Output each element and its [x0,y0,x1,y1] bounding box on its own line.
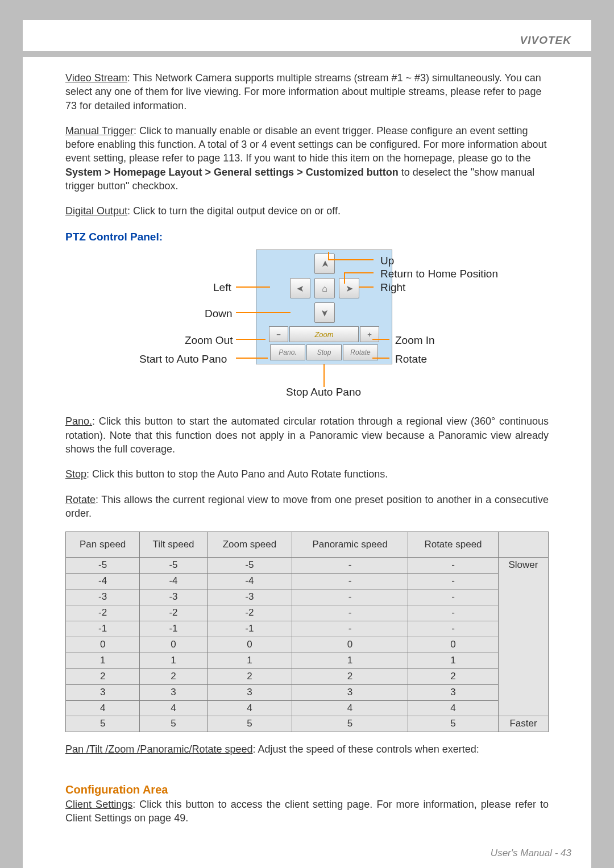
callout-line [344,272,345,284]
manual-trigger-label: Manual Trigger [65,125,134,136]
ptz-left-button[interactable]: ➤ [290,278,310,298]
stop-label: Stop [65,468,86,480]
ptz-diagram: ➤ ➤ ⌂ ➤ ➤ − Zoom + Pano. Stop Rotate [65,244,549,409]
manual-trigger-bold: System > Homepage Layout > General setti… [65,167,399,178]
table-row: -3-3-3-- [66,589,549,605]
table-cell: 4 [408,700,499,716]
table-cell: 3 [207,684,292,700]
ptz-stop-button[interactable]: Stop [306,344,342,360]
ptz-right-button[interactable]: ➤ [339,278,359,298]
ptz-zoomin-label: Zoom In [395,333,435,348]
table-row: 11111 [66,653,549,668]
callout-line [236,286,270,288]
table-cell: - [292,621,408,637]
table-cell: - [408,558,499,574]
table-cell: -1 [140,621,207,637]
table-cell: -3 [66,589,140,605]
table-cell: -2 [66,605,140,621]
table-cell: 5 [66,716,140,732]
manual-trigger-text1: : Click to manually enable or disable an… [65,125,547,164]
ptz-zoomout-label: Zoom Out [185,333,233,348]
ptz-startpano-label: Start to Auto Pano [139,352,227,367]
table-cell: -4 [207,574,292,589]
table-cell: -5 [140,558,207,574]
ptz-stoppano-label: Stop Auto Pano [286,385,361,400]
pano-text: : Click this button to start the automat… [65,416,549,455]
ptz-up-label: Up [380,254,394,268]
table-cell: 4 [66,700,140,716]
callout-line [344,272,374,273]
ptz-zoom-row: − Zoom + [260,326,388,342]
video-stream-text: : This Network Camera supports multiple … [65,72,541,111]
client-settings-label: Client Settings [65,799,132,810]
table-cell: 5 [292,716,408,732]
ptz-right-label: Right [380,280,405,295]
table-cell: 0 [292,637,408,653]
table-cell: - [408,574,499,589]
callout-line [236,339,265,340]
table-row: 00000 [66,637,549,653]
table-cell: 2 [140,668,207,684]
table-cell: 2 [66,668,140,684]
ptz-zoom-out-button[interactable]: − [269,326,288,342]
digital-output-text: : Click to turn the digital output devic… [127,205,341,217]
ptz-dpad: ➤ ➤ ⌂ ➤ ➤ [290,254,358,322]
table-row: -4-4-4-- [66,574,549,589]
ptz-auto-row: Pano. Stop Rotate [260,344,388,360]
ptz-pano-button[interactable]: Pano. [270,344,305,360]
ptz-panel: ➤ ➤ ⌂ ➤ ➤ − Zoom + Pano. Stop Rotate [256,250,392,364]
ptz-down-button[interactable]: ➤ [314,302,335,323]
table-row: 55555Faster [66,716,549,732]
table-cell: 2 [408,668,499,684]
table-cell: -2 [207,605,292,621]
table-cell: 2 [207,668,292,684]
table-cell: 1 [207,653,292,668]
ptz-home-label: Return to Home Position [380,267,498,281]
table-cell: 4 [292,700,408,716]
rotate-text: : This allows the current regional view … [65,494,549,519]
table-cell: -3 [207,589,292,605]
callout-line [328,252,329,259]
ptz-left-label: Left [213,280,231,295]
video-stream-label: Video Stream [65,72,127,84]
callout-line [323,364,325,387]
speed-table-header-row: Pan speed Tilt speed Zoom speed Panorami… [66,532,549,558]
table-row: -5-5-5--Slower [66,558,549,574]
digital-output-para: Digital Output: Click to turn the digita… [65,204,549,218]
slower-tag: Slower [498,558,548,716]
table-row: 22222 [66,668,549,684]
ptz-heading: PTZ Control Panel: [65,230,549,244]
rotate-label: Rotate [65,494,96,505]
table-row: -2-2-2-- [66,605,549,621]
speed-note-para: Pan /Tilt /Zoom /Panoramic/Rotate speed:… [65,742,549,756]
table-cell: 5 [408,716,499,732]
th-panoramic: Panoramic speed [292,532,408,558]
table-cell: -1 [207,621,292,637]
table-cell: -1 [66,621,140,637]
table-cell: - [292,589,408,605]
speed-note-text: : Adjust the speed of these controls whe… [252,744,479,755]
callout-line [328,259,374,260]
table-cell: 3 [292,684,408,700]
table-cell: 1 [408,653,499,668]
callout-line [236,358,268,359]
callout-line [359,286,374,288]
ptz-home-button[interactable]: ⌂ [314,278,335,298]
ptz-down-label: Down [205,306,233,321]
table-cell: 5 [140,716,207,732]
table-cell: 3 [66,684,140,700]
rotate-para: Rotate: This allows the current regional… [65,493,549,521]
page-footer: User's Manual - 43 [23,842,591,859]
ptz-up-button[interactable]: ➤ [314,254,335,274]
header-brand: VIVOTEK [23,31,591,51]
table-cell: - [292,558,408,574]
table-cell: - [292,605,408,621]
callout-line [236,312,291,313]
table-cell: 4 [140,700,207,716]
table-cell: 5 [207,716,292,732]
th-pan: Pan speed [66,532,140,558]
th-rotate: Rotate speed [408,532,499,558]
th-tilt: Tilt speed [140,532,207,558]
table-cell: 0 [66,637,140,653]
table-cell: 0 [408,637,499,653]
